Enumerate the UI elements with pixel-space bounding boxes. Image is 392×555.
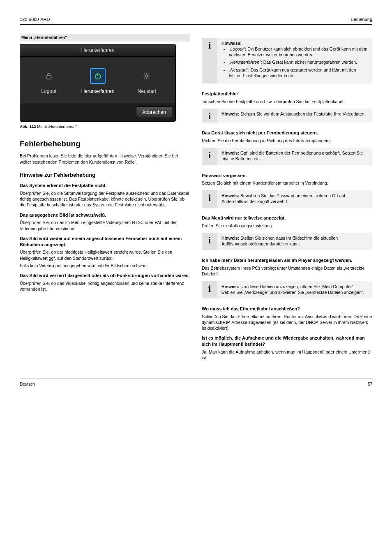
paragraph: Schließen Sie das Ethernetkabel an Ihrem… bbox=[202, 314, 372, 331]
paragraph: Überprüfen Sie, ob das im Menü eingestel… bbox=[20, 220, 190, 231]
info-box: i Hinweis: Bewahren Sie das Passwort an … bbox=[202, 190, 372, 208]
info-title: Hinweis: bbox=[221, 284, 239, 289]
paragraph: Falls kein Videosignal ausgegeben wird, … bbox=[20, 263, 190, 268]
footer-page-number: 57 bbox=[368, 382, 372, 387]
info-box: i Hinweis: Sichern Sie vor dem Austausch… bbox=[202, 109, 372, 123]
page-header: 120-5000-AHD Bedienung bbox=[20, 16, 372, 25]
restart-icon bbox=[142, 72, 151, 81]
info-icon: i bbox=[202, 281, 217, 298]
info-title: Hinweis: bbox=[221, 193, 239, 198]
paragraph: Tauschen Sie die Festplatte aus bzw. übe… bbox=[202, 99, 372, 104]
paragraph: Das Betriebssystem Ihres PCs verbirgt un… bbox=[202, 265, 372, 277]
paragraph: Überprüfen Sie, ob die Stromversorgung d… bbox=[20, 190, 190, 208]
page-footer: Deutsch 57 bbox=[20, 379, 372, 387]
svg-rect-0 bbox=[46, 76, 51, 79]
qa-heading: Festplattenfehler bbox=[202, 91, 372, 97]
qa-heading: Das Bild wird verzerrt dargestellt oder … bbox=[20, 273, 190, 279]
svg-line-10 bbox=[144, 78, 145, 79]
section-heading: Fehlerbehebung bbox=[20, 139, 190, 149]
paragraph: Bei Problemen lesen Sie bitte die hier a… bbox=[20, 153, 190, 164]
dialog-item-restart[interactable]: Neustart bbox=[124, 68, 169, 95]
list-item: „Neustart": Das Gerät kann neu gestartet… bbox=[229, 67, 368, 79]
dialog-item-shutdown[interactable]: Herunterfahren bbox=[75, 68, 120, 95]
info-box: i Hinweis: Ggf. sind die Batterien der F… bbox=[202, 148, 372, 165]
qa-heading: Ist es möglich, die Aufnahme und die Wie… bbox=[202, 335, 372, 347]
dialog-item-logout[interactable]: Logout bbox=[26, 68, 71, 95]
power-icon bbox=[93, 72, 102, 81]
info-body: Stellen Sie sicher, dass Ihr Bildschirm … bbox=[221, 236, 338, 246]
paragraph: Überprüfen Sie, ob das Videokabel richti… bbox=[20, 280, 190, 292]
qa-heading: Das ausgegebene Bild ist schwarz/weiß. bbox=[20, 212, 190, 218]
header-section: Bedienung bbox=[350, 16, 372, 23]
list-item: „Herunterfahren": Das Gerät kann sicher … bbox=[229, 59, 368, 65]
svg-line-8 bbox=[144, 74, 145, 74]
lock-icon bbox=[44, 72, 53, 81]
info-title: Hinweis: bbox=[221, 111, 239, 116]
qa-heading: Passwort vergessen. bbox=[202, 173, 372, 179]
qa-heading: Ich habe mehr Daten heruntergeladen als … bbox=[202, 257, 372, 264]
info-box: i Hinweis: Um diese Dateien anzuzeigen, … bbox=[202, 281, 372, 298]
dialog-item-label: Logout bbox=[41, 88, 56, 95]
info-icon: i bbox=[202, 38, 217, 83]
paragraph: Setzen Sie sich mit einem Kundendienstmi… bbox=[202, 180, 372, 186]
info-icon: i bbox=[202, 233, 217, 250]
paragraph: Richten Sie die Fernbedienung in Richtun… bbox=[202, 138, 372, 143]
qa-heading: Wo muss ich das Ethernetkabel anschließe… bbox=[202, 306, 372, 312]
svg-line-11 bbox=[148, 74, 149, 74]
qa-heading: Das Gerät lässt sich nicht per Fernbedie… bbox=[202, 130, 372, 136]
subsection-heading: Hinweise zur Fehlerbehebung bbox=[20, 171, 190, 179]
paragraph: Ja. Man kann die Aufnahme anhalten, wenn… bbox=[202, 349, 372, 361]
info-icon: i bbox=[202, 190, 217, 208]
figure-caption: Abb. 112 Menü „Herunterfahren" bbox=[20, 124, 190, 130]
list-item: „Logout": Ein Benutzer kann sich abmelde… bbox=[229, 46, 368, 58]
svg-line-9 bbox=[148, 78, 149, 79]
figure-label-bar: Menü „Herunterfahren" bbox=[20, 34, 190, 42]
info-title: Hinweis: bbox=[221, 236, 239, 240]
dialog-item-label: Herunterfahren bbox=[81, 88, 115, 95]
info-body: Ggf. sind die Batterien der Fernbedienun… bbox=[221, 150, 363, 161]
info-body: Sichern Sie vor dem Austauschen der Fest… bbox=[240, 111, 366, 116]
footer-language: Deutsch bbox=[20, 382, 35, 387]
dialog-cancel-button[interactable]: Abbrechen bbox=[136, 106, 172, 118]
paragraph: Überprüfen Sie, ob der niedrigste Hellig… bbox=[20, 249, 190, 261]
info-title: Hinweise: bbox=[221, 41, 242, 46]
dialog-title: Herunterfahren bbox=[20, 44, 175, 56]
paragraph: Prüfen Sie die Auflösungseinstellung. bbox=[202, 223, 372, 229]
info-title: Hinweis: bbox=[221, 150, 239, 155]
dialog-item-label: Neustart bbox=[138, 88, 156, 95]
info-body: Um diese Dateien anzuzeigen, öffnen Sie … bbox=[221, 284, 364, 295]
header-product: 120-5000-AHD bbox=[20, 16, 50, 23]
info-icon: i bbox=[202, 148, 217, 165]
info-body: Bewahren Sie das Passwort an einem siche… bbox=[221, 193, 346, 204]
qa-heading: Das Bild wird weder auf einem angeschlos… bbox=[20, 236, 190, 248]
qa-heading: Das System erkennt die Festplatte nicht. bbox=[20, 183, 190, 189]
qa-heading: Das Menü wird nur teilweise angezeigt. bbox=[202, 215, 372, 221]
info-box: i Hinweise: „Logout": Ein Benutzer kann … bbox=[202, 38, 372, 83]
info-icon: i bbox=[202, 109, 217, 123]
info-box: i Hinweis: Stellen Sie sicher, dass Ihr … bbox=[202, 233, 372, 250]
shutdown-dialog: Herunterfahren Logout Herunterfahren bbox=[20, 44, 176, 122]
svg-point-3 bbox=[146, 75, 148, 77]
